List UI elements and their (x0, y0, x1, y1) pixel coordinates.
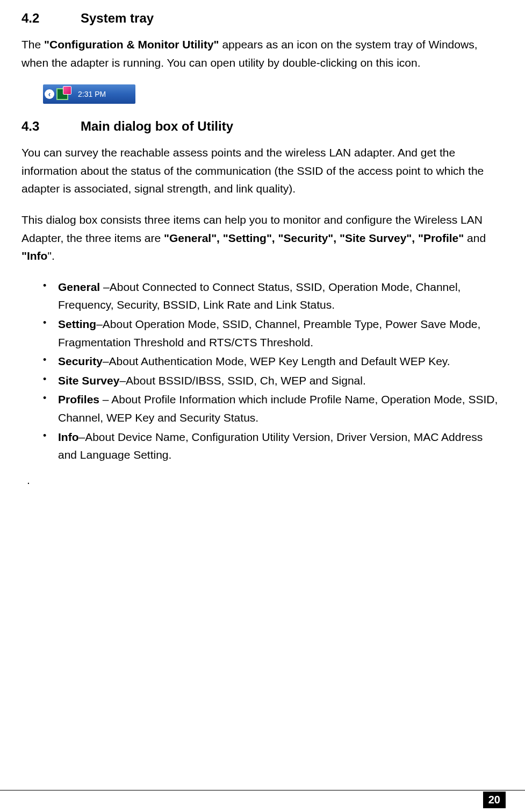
list-item: Site Survey–About BSSID/IBSS, SSID, Ch, … (43, 372, 504, 390)
para-items-intro: This dialog box consists three items can… (21, 211, 504, 265)
bullet-text: –About BSSID/IBSS, SSID, Ch, WEP and Sig… (119, 374, 365, 387)
bullet-text: –About Device Name, Configuration Utilit… (58, 431, 483, 461)
list-item: Info–About Device Name, Configuration Ut… (43, 428, 504, 464)
system-tray-image: ‹ 2:31 PM (43, 84, 135, 104)
tab-bullet-list: General –About Connected to Connect Stat… (43, 278, 504, 464)
section-title: System tray (81, 11, 154, 25)
list-item: Security–About Authentication Mode, WEP … (43, 352, 504, 371)
list-item: Setting–About Operation Mode, SSID, Chan… (43, 315, 504, 351)
bullet-label: Info (58, 431, 78, 443)
section-num: 4.2 (21, 11, 81, 26)
bold-tab-list: "General", "Setting", "Security", "Site … (164, 232, 464, 244)
section-num: 4.3 (21, 119, 81, 134)
system-clock: 2:31 PM (78, 90, 106, 98)
bold-utility-name: "Configuration & Monitor Utility" (44, 38, 219, 51)
stray-period: . (27, 474, 504, 487)
bullet-text: –About Authentication Mode, WEP Key Leng… (103, 355, 450, 367)
bullet-text: – About Profile Information which includ… (58, 393, 498, 424)
chevron-left-icon: ‹ (45, 89, 54, 99)
section-heading-4-2: 4.2System tray (21, 11, 504, 26)
bullet-label: General (58, 281, 103, 293)
para-survey: You can survey the reachable assess poin… (21, 144, 504, 198)
page-footer: 20 (0, 790, 525, 790)
para-systray-intro: The "Configuration & Monitor Utility" ap… (21, 35, 504, 72)
section-heading-4-3: 4.3Main dialog box of Utility (21, 119, 504, 134)
bullet-label: Security (58, 355, 103, 367)
bullet-text: –About Connected to Connect Status, SSID… (58, 281, 461, 311)
page-number: 20 (483, 792, 506, 808)
bullet-label: Setting (58, 318, 96, 330)
list-item: General –About Connected to Connect Stat… (43, 278, 504, 314)
section-title: Main dialog box of Utility (81, 119, 233, 133)
bullet-label: Site Survey (58, 374, 119, 387)
bullet-text: –About Operation Mode, SSID, Channel, Pr… (58, 318, 480, 348)
bold-info: "Info (21, 250, 47, 262)
utility-tray-icon (56, 88, 68, 100)
bullet-label: Profiles (58, 393, 99, 405)
list-item: Profiles – About Profile Information whi… (43, 390, 504, 426)
